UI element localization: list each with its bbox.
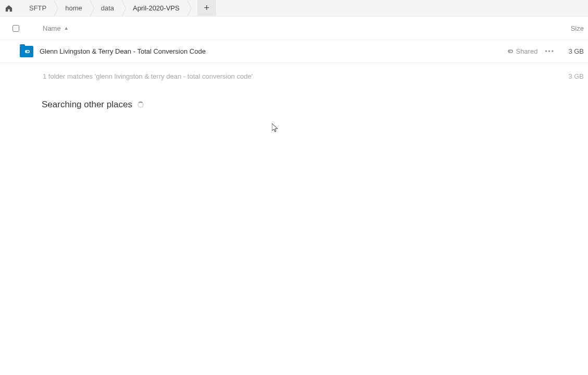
breadcrumb-bar: SFTP home data April-2020-VPS + (0, 0, 588, 17)
select-all-checkbox[interactable] (12, 25, 19, 32)
table-header: Name ▲ Size (0, 17, 588, 40)
breadcrumb-item-sftp[interactable]: SFTP (18, 0, 54, 16)
cursor-icon (272, 123, 279, 133)
file-icon-col (0, 46, 36, 57)
size-column-header[interactable]: Size (557, 24, 588, 32)
name-column-header[interactable]: Name ▲ (31, 24, 557, 32)
breadcrumb-label: April-2020-VPS (133, 4, 180, 12)
file-size: 3 GB (562, 47, 588, 55)
more-actions-button[interactable]: ••• (543, 46, 557, 57)
file-actions: Shared ••• (506, 46, 562, 57)
add-button[interactable]: + (197, 0, 216, 16)
plus-icon: + (204, 3, 209, 14)
link-icon (506, 48, 513, 55)
breadcrumb-item-home[interactable]: home (54, 0, 90, 16)
breadcrumb-item-data[interactable]: data (90, 0, 121, 16)
loading-spinner-icon (137, 102, 144, 108)
searching-section: Searching other places (0, 89, 588, 110)
select-all-checkbox-col (0, 25, 31, 32)
breadcrumb-label: data (101, 4, 114, 12)
name-header-label: Name (43, 24, 61, 32)
table-row[interactable]: Glenn Livingston & Terry Dean - Total Co… (0, 40, 588, 63)
breadcrumb-item-current[interactable]: April-2020-VPS (121, 0, 187, 16)
size-header-label: Size (571, 24, 584, 32)
sort-ascending-icon: ▲ (64, 26, 69, 31)
summary-row: 1 folder matches 'glenn livingston & ter… (0, 63, 588, 89)
summary-text: 1 folder matches 'glenn livingston & ter… (43, 72, 568, 80)
breadcrumb-label: SFTP (29, 4, 46, 12)
shared-indicator[interactable]: Shared (506, 47, 537, 55)
more-icon: ••• (545, 48, 555, 55)
shared-folder-icon (20, 46, 33, 57)
summary-size: 3 GB (568, 72, 584, 80)
searching-label: Searching other places (42, 99, 132, 110)
breadcrumb-home[interactable] (0, 0, 18, 16)
link-icon (23, 48, 30, 55)
file-name[interactable]: Glenn Livingston & Terry Dean - Total Co… (36, 47, 506, 55)
home-icon (5, 5, 12, 12)
shared-label: Shared (516, 47, 537, 55)
breadcrumb-label: home (65, 4, 82, 12)
